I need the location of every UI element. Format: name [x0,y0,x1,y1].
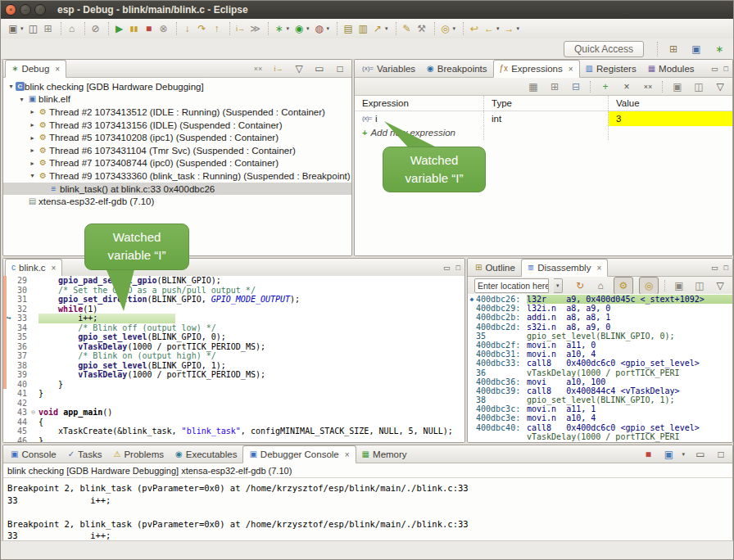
remove-expression-icon[interactable]: × [619,79,634,94]
disassembly-line[interactable]: 400dbc29:l32i.n a8, a9, 0 [468,304,732,313]
new-view-icon[interactable]: ▣ [670,79,685,94]
display-console-icon[interactable]: ▣ [661,447,676,462]
terminate-icon[interactable]: ■ [142,21,156,36]
pin-icon-dropdown[interactable]: ▾ [453,25,456,32]
source-line[interactable]: 44{ [3,418,464,427]
run-icon-dropdown[interactable]: ▾ [306,25,310,32]
line-number[interactable]: 31 [3,295,31,305]
location-dropdown-icon[interactable]: ▾ [554,278,563,293]
location-input[interactable]: Enter location here [474,278,549,293]
line-number[interactable]: 41 [3,389,31,399]
build-icon[interactable]: ⌂ [65,21,79,36]
forward-icon[interactable]: → [502,21,517,36]
debug-tree-item[interactable]: ▸⚙Thread #2 1073413512 (IDLE : Running) … [3,106,351,119]
debug-tree-item[interactable]: ▤xtensa-esp32-elf-gdb (7.10) [3,195,351,208]
debug-tree-item[interactable]: ▸⚙Thread #6 1073431104 (Tmr Svc) (Suspen… [3,144,351,157]
debug-tree-item[interactable]: ▾Cblink checking [GDB Hardware Debugging… [3,80,351,93]
twistie-icon[interactable]: ▸ [28,160,37,167]
tab-memory[interactable]: ▦Memory [356,445,413,463]
twistie-icon[interactable]: ▸ [28,108,37,115]
source-line[interactable]: 39 vTaskDelay(1000 / portTICK_PERIOD_MS)… [3,370,464,380]
twistie-icon[interactable]: ▸ [28,121,37,129]
skip-all-breakpoints-icon[interactable]: ⊘ [88,21,103,36]
source-line[interactable]: 45 xTaskCreate(&blink_task, "blink_task"… [3,427,464,436]
source-line[interactable]: 36 vTaskDelay(1000 / portTICK_PERIOD_MS)… [3,342,464,352]
disassembly-line[interactable]: 400dbc3c:movi.n a11, 1 [468,404,732,413]
suspend-icon[interactable]: ▮▮ [127,21,142,36]
line-number[interactable]: 32 [3,305,31,314]
source-line[interactable]: 42 [3,399,464,409]
view-menu-icon[interactable]: ▽ [713,79,727,94]
pin-view-icon[interactable]: ◫ [691,79,706,94]
disassembly-line[interactable]: 36vTaskDelay(1000 / portTICK_PERI [468,368,732,377]
debug-tree-item[interactable]: ▾▣blink.elf [3,93,351,106]
close-icon[interactable]: × [569,65,573,74]
debug-tree-item[interactable]: ▸⚙Thread #7 1073408744 (ipc0) (Suspended… [3,157,351,170]
display-console-icon-dropdown[interactable]: ▾ [682,451,685,458]
step-return-icon[interactable]: ↑ [210,21,224,36]
maximize-icon[interactable]: □ [333,61,347,76]
maximize-icon[interactable]: □ [724,264,728,272]
save-icon[interactable]: ◫ [26,21,41,36]
add-expression-icon[interactable]: + [598,79,613,94]
home-icon[interactable]: ⌂ [593,278,608,293]
twistie-icon[interactable]: ▾ [7,83,16,90]
remove-all-terminated-icon[interactable]: ×× [251,61,265,76]
open-element-icon[interactable]: ▤ [341,21,356,36]
disconnect-icon[interactable]: ⊗ [156,21,171,36]
source-line[interactable]: 35 gpio_set_level(BLINK_GPIO, 0); [3,332,464,342]
show-source-icon[interactable]: ⚙ [614,277,633,295]
disassembly-line[interactable]: ◆400dbc26:l32r a9, 0x400d045c <_stext+10… [468,295,732,304]
open-perspective-icon[interactable]: ⊞ [666,42,681,56]
close-icon[interactable]: × [52,264,57,273]
tab-tasks[interactable]: ✓Tasks [62,445,108,463]
minimize-icon[interactable]: ▭ [711,65,718,73]
show-logical-structure-icon[interactable]: ⊞ [547,79,562,94]
source-line[interactable]: 43⊖void app_main() [3,408,464,418]
tab-breakpoints[interactable]: ◉Breakpoints [421,60,492,77]
minimize-icon[interactable]: ▭ [312,61,327,76]
source-line[interactable]: 31 gpio_set_direction(BLINK_GPIO, GPIO_M… [3,295,464,305]
last-edit-location-icon[interactable]: ↩ [467,21,482,36]
tab-problems[interactable]: ⚠Problems [107,445,170,463]
line-number[interactable]: 43 [3,408,31,418]
twistie-icon[interactable]: ▾ [17,96,26,103]
source-line[interactable]: 34 /* Blink off (output low) */ [3,323,464,333]
tab-disassembly[interactable]: ≣Disassembly× [521,259,608,277]
line-number[interactable]: 42 [3,399,31,409]
quick-access-button[interactable]: Quick Access [564,41,644,57]
track-pc-icon[interactable]: ◎ [639,277,659,295]
line-number[interactable]: 37 [3,351,31,361]
build-targets-icon[interactable]: ⚒ [415,21,429,36]
new-view-icon[interactable]: ▣ [672,278,686,293]
pin-view-icon[interactable]: ◫ [692,278,707,293]
disassembly-line[interactable]: 400dbc40:call8 0x400dc6c0 <gpio_set_leve… [468,423,732,432]
code-editor[interactable]: 29 gpio_pad_select_gpio(BLINK_GPIO);30 /… [3,276,464,442]
launch-icon[interactable]: ↗ [370,21,385,36]
debug-tree-item[interactable]: ▸⚙Thread #3 1073413156 (IDLE) (Suspended… [3,119,351,132]
launch-icon-dropdown[interactable]: ▾ [385,25,388,32]
twistie-icon[interactable]: ▸ [28,147,37,154]
line-number[interactable]: 45 [3,427,31,436]
close-window-button[interactable]: × [5,4,16,16]
tab-modules[interactable]: ▦Modules [642,60,700,77]
use-step-filters-icon[interactable]: ≫ [248,21,263,36]
tab-expressions[interactable]: ƒxExpressions× [493,60,580,78]
debug-tree-item[interactable]: ▸⚙Thread #5 1073410208 (ipc1) (Suspended… [3,131,351,144]
disassembly-content[interactable]: ◆400dbc26:l32r a9, 0x400d045c <_stext+10… [468,294,732,442]
source-line[interactable]: 41} [3,389,464,399]
disassembly-line[interactable]: 400dbc39:call8 0x400844c4 <vTaskDelay> [468,386,732,395]
disassembly-line[interactable]: 400dbc3e:movi.n a10, 4 [468,413,732,422]
source-line[interactable]: 40 } [3,380,464,390]
line-number[interactable]: 35 [3,332,31,342]
console-output[interactable]: Breakpoint 2, blink_task (pvParameter=0x… [3,478,732,542]
disassembly-line[interactable]: 400dbc36:movi a10, 100 [468,377,732,386]
minimize-icon[interactable]: ▭ [711,264,718,272]
disassembly-line[interactable]: vTaskDelay(1000 / portTICK_PERI [468,432,732,441]
source-line[interactable]: 29 gpio_pad_select_gpio(BLINK_GPIO); [3,276,464,286]
coverage-icon-dropdown[interactable]: ▾ [327,25,330,32]
debug-tree-item[interactable]: ≡blink_task() at blink.c:33 0x400dbc26 [3,183,351,196]
step-over-icon[interactable]: ↷ [195,21,210,36]
source-line[interactable]: 46} [3,436,464,443]
tab-variables[interactable]: (x)=Variables [356,60,421,77]
